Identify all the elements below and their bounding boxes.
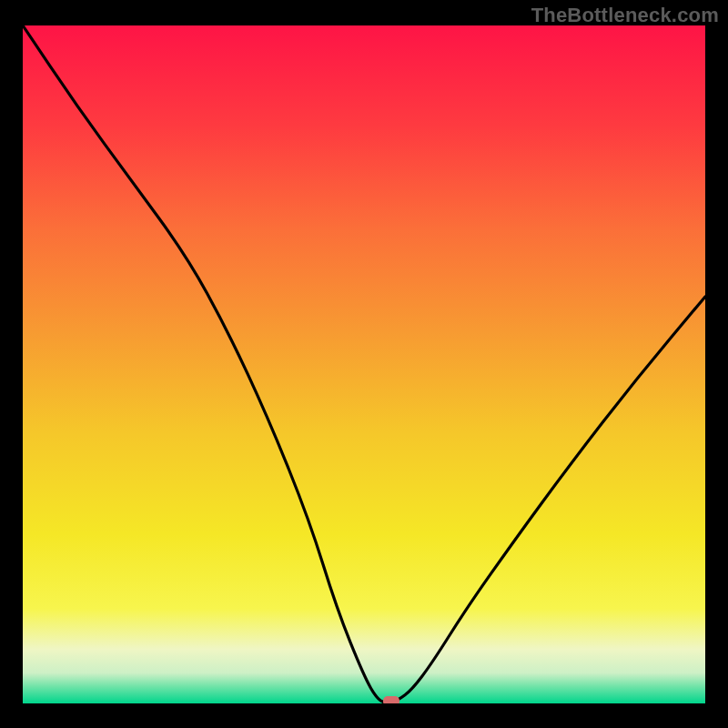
watermark-text: TheBottleneck.com bbox=[531, 4, 719, 27]
gradient-background bbox=[23, 25, 705, 703]
optimal-marker bbox=[383, 696, 399, 703]
plot-area bbox=[23, 25, 705, 703]
chart-frame: TheBottleneck.com bbox=[0, 0, 728, 728]
bottleneck-chart bbox=[23, 25, 705, 703]
